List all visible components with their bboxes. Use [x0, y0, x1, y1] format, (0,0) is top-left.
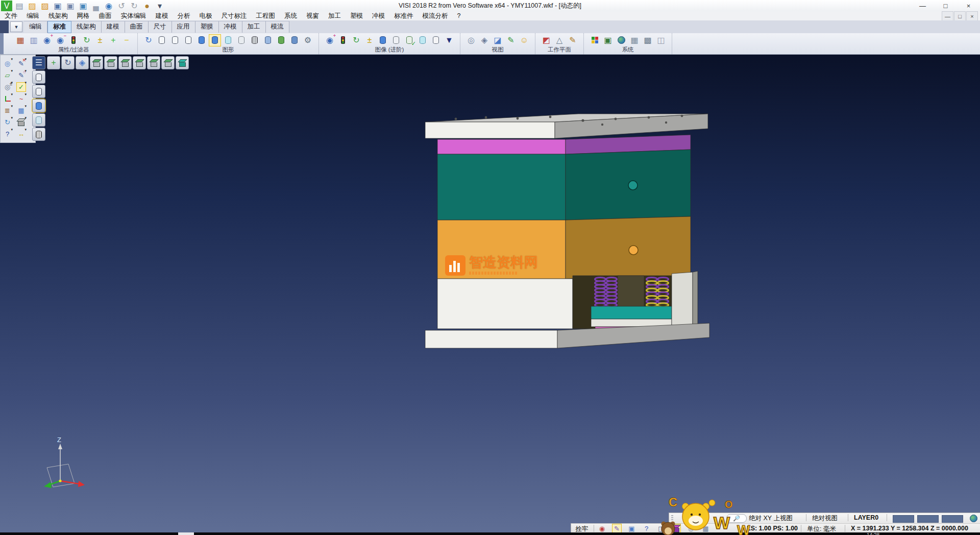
menu-item-7[interactable]: 建模 — [151, 12, 173, 20]
adv-clip-cyl-icon[interactable] — [430, 35, 442, 46]
menu-item-18[interactable]: 模流分析 — [418, 12, 453, 20]
transparent-cylinder-icon[interactable] — [223, 35, 234, 46]
copy-attributes-icon[interactable]: ▥ — [28, 35, 39, 46]
matrix-icon[interactable]: ▩ — [642, 35, 653, 46]
zoom-select-icon[interactable]: ◎ — [3, 59, 12, 68]
left-view-cube-icon[interactable] — [118, 56, 132, 69]
system-globe-icon[interactable] — [616, 35, 627, 46]
hatched-view-icon[interactable] — [32, 128, 45, 141]
view-menu-icon[interactable]: ☰ — [32, 56, 45, 69]
tab-建模[interactable]: 建模 — [102, 21, 125, 33]
regen-icon[interactable]: ↻ — [3, 118, 12, 127]
adv-refresh-icon[interactable]: ↻ — [351, 35, 362, 46]
menu-item-9[interactable]: 电极 — [195, 12, 217, 20]
mdi-close-button[interactable]: × — [966, 11, 978, 21]
bounding-box-icon[interactable] — [672, 524, 680, 533]
adv-flat-cyl-icon[interactable] — [390, 35, 402, 46]
eye-add-icon[interactable]: ◉+ — [41, 35, 53, 46]
shaded-view-icon[interactable] — [32, 99, 45, 112]
close-button[interactable]: × — [957, 0, 980, 11]
color-table-icon[interactable] — [589, 35, 600, 46]
menu-item-17[interactable]: 标准件 — [389, 12, 418, 20]
solid-cube-icon[interactable] — [17, 118, 26, 127]
sketch-circle-icon[interactable]: ✎○ — [17, 71, 26, 80]
tab-模流[interactable]: 模流 — [266, 21, 289, 33]
taskbar-app-chunk[interactable] — [178, 532, 194, 535]
context-help-icon[interactable]: ? — [642, 524, 651, 533]
snap-settings-icon[interactable]: ◉ — [598, 524, 606, 533]
tab-应用[interactable]: 应用 — [172, 21, 195, 33]
view-sketch-icon[interactable]: ✎ — [505, 35, 517, 46]
layers-icon[interactable]: ≣ — [3, 106, 12, 115]
status-search-chip[interactable]: 🔎 — [726, 514, 747, 523]
dashed-cylinder-icon[interactable] — [183, 35, 194, 46]
export-box-icon[interactable]: ◫ — [657, 524, 666, 533]
tab-塑膜[interactable]: 塑膜 — [195, 21, 219, 33]
back-view-cube-icon[interactable] — [104, 56, 117, 69]
mdi-minimize-button[interactable]: — — [942, 11, 953, 21]
plane-grid-icon[interactable]: ◫ — [655, 35, 667, 46]
workplane-sketch-icon[interactable]: ✎ — [567, 35, 578, 46]
dynamic-pan-icon[interactable]: + — [47, 56, 60, 69]
traffic-light-icon[interactable] — [68, 35, 79, 46]
eye-remove-icon[interactable]: ◉− — [55, 35, 66, 46]
workplane-icon[interactable]: ◩ — [541, 35, 552, 46]
menu-item-19[interactable]: ? — [453, 12, 465, 19]
attributes-icon[interactable]: ▦ — [15, 35, 26, 46]
tab-尺寸[interactable]: 尺寸 — [149, 21, 172, 33]
menu-item-8[interactable]: 分析 — [173, 12, 195, 20]
minimize-button[interactable]: — — [911, 0, 934, 11]
adv-shaded-cyl-icon[interactable] — [377, 35, 388, 46]
view-plane-icon[interactable]: ◪ — [492, 35, 503, 46]
delete-sketch-icon[interactable]: ✎✕ — [17, 59, 26, 68]
menu-item-10[interactable]: 尺寸标注 — [217, 12, 252, 20]
workplane-align-icon[interactable]: △ — [554, 35, 565, 46]
menu-item-5[interactable]: 曲面 — [94, 12, 116, 20]
hatched-cylinder-icon[interactable] — [249, 35, 260, 46]
render-edit-icon[interactable] — [289, 35, 300, 46]
view-orientation-label[interactable]: 绝对 XY 上视图 — [749, 514, 793, 523]
orbit-view-icon[interactable]: ↻ — [61, 56, 75, 69]
adv-traffic-icon[interactable] — [337, 35, 349, 46]
select-view-icon[interactable]: ◈ — [76, 56, 89, 69]
absolute-view-label[interactable]: 绝对视图 — [812, 514, 838, 523]
top-view-cube-icon[interactable] — [147, 56, 160, 69]
shaded-cylinder-icon[interactable] — [196, 35, 207, 46]
add-entity-icon[interactable]: + — [108, 35, 119, 46]
online-globe-icon[interactable] — [970, 515, 977, 522]
highlight-brush-icon[interactable]: ✎ — [612, 524, 621, 533]
ucs-axes-icon[interactable] — [3, 94, 12, 103]
menu-item-2[interactable]: 编辑 — [22, 12, 44, 20]
right-view-cube-icon[interactable] — [133, 56, 146, 69]
adv-check-cyl-icon[interactable]: ✓ — [404, 35, 415, 46]
help-icon[interactable]: ? — [3, 130, 12, 138]
confirm-icon[interactable]: ✓ — [17, 83, 26, 91]
shaded-edges-cylinder-icon[interactable] — [209, 35, 220, 46]
menu-item-1[interactable]: 文件 — [0, 12, 22, 20]
mixed-render-icon[interactable] — [262, 35, 274, 46]
menu-item-6[interactable]: 实体编辑 — [116, 12, 151, 20]
menu-item-15[interactable]: 塑模 — [346, 12, 368, 20]
wireframe-cylinder-icon[interactable] — [156, 35, 167, 46]
menu-item-12[interactable]: 系统 — [280, 12, 302, 20]
menu-item-16[interactable]: 冲模 — [368, 12, 389, 20]
tab-加工[interactable]: 加工 — [242, 21, 266, 33]
grid-view-icon[interactable]: ▦ — [17, 106, 26, 115]
flat-cylinder-icon[interactable] — [236, 35, 247, 46]
transparent-view-icon[interactable] — [32, 113, 45, 127]
adv-cone-icon[interactable]: ▼ — [444, 35, 455, 46]
grid-settings-icon[interactable]: ▦ — [629, 35, 640, 46]
tab-编辑[interactable]: 编辑 — [24, 21, 47, 33]
tab-标准[interactable]: 标准 — [47, 21, 71, 33]
multi-view-icon[interactable]: ◎ — [465, 35, 477, 46]
iso-view-cube-icon[interactable] — [161, 56, 175, 69]
zoom-extents-icon[interactable]: ◎± — [3, 83, 12, 91]
tab-线架构[interactable]: 线架构 — [71, 21, 102, 33]
hidden-line-cylinder-icon[interactable] — [169, 35, 181, 46]
mdi-restore-button[interactable]: □ — [954, 11, 966, 21]
redraw-icon[interactable]: ↻ — [143, 35, 154, 46]
3d-viewport[interactable] — [0, 54, 980, 532]
eye-refresh-icon[interactable]: ↻ — [81, 35, 92, 46]
tab-曲面[interactable]: 曲面 — [125, 21, 149, 33]
hidden-view-icon[interactable] — [32, 85, 45, 98]
